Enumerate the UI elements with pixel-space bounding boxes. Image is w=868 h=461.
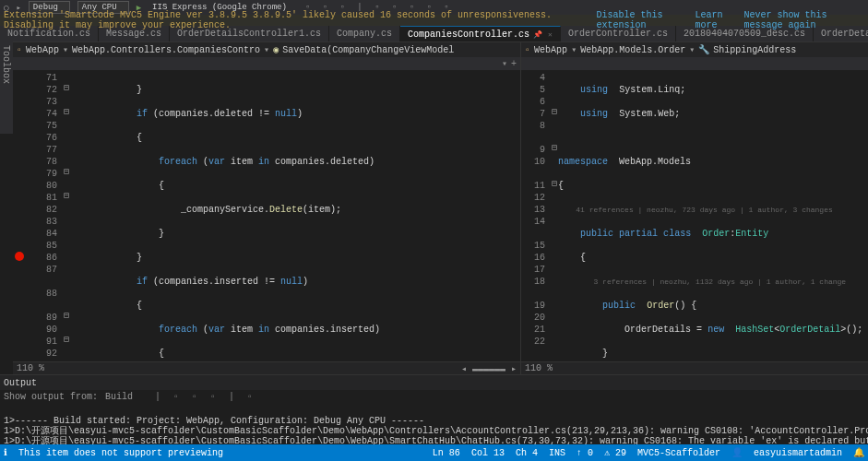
extension-warning-bar: Extension 'SmartCode MVC5 Engine ver 3.8… [0,15,868,26]
tab-orderctrl[interactable]: OrderController.cs [561,26,676,41]
status-warnings[interactable]: ⚠ 29 [604,447,626,458]
code-content-left[interactable]: } if (companies.deleted != null) { forea… [70,70,520,361]
status-char[interactable]: Ch 4 [516,448,538,458]
line-gutter: 7172737475767778798081828384858687888990… [26,70,63,361]
tab-companiesctrl[interactable]: CompaniesController.cs📌✕ [400,26,561,41]
status-line[interactable]: Ln 86 [433,448,460,458]
breakpoint-icon[interactable] [15,252,24,261]
output-panel: Output ▾ 📌 ✕ Show output from: Build | ▫… [0,374,868,444]
pin-icon[interactable]: 📌 [533,30,542,39]
breadcrumb-left[interactable]: ▫WebApp ▾WebApp.Controllers.CompaniesCon… [13,42,520,57]
code-editor-left[interactable]: 7172737475767778798081828384858687888990… [13,70,520,361]
status-message: This item does not support previewing [18,448,223,458]
status-col[interactable]: Col 13 [471,448,505,458]
status-push[interactable]: ↑ 0 [577,448,593,458]
status-user[interactable]: easyuismartadmin [754,448,842,458]
close-icon[interactable]: ✕ [548,30,553,39]
status-ins[interactable]: INS [549,448,565,458]
code-content-right[interactable]: using System.Linq; using System.Web; nam… [558,70,868,361]
line-gutter: 4567891011121314151617181920212223242526… [521,70,551,361]
split-icon[interactable]: ▾ [502,58,507,69]
editor-status-right: 110 %◂ ▬▬▬▬▬▬ ▸ [521,361,868,374]
editor-status-left: 110 %◂ ▬▬▬▬▬▬ ▸ [13,361,520,374]
tab-message[interactable]: Message.cs [99,26,170,41]
output-title: Output [4,378,37,388]
document-tabs: Notification.cs Message.cs OrderDetailsC… [0,26,868,42]
notification-icon[interactable]: 🔔 [853,447,864,458]
info-icon: ℹ [4,447,7,458]
plus-icon[interactable]: + [511,59,517,69]
output-text[interactable]: 1>------ Build started: Project: WebApp,… [0,404,868,444]
breadcrumb-right[interactable]: ▫WebApp ▾WebApp.Models.Order ▾🔧ShippingA… [521,42,868,57]
left-toolwindow-tabs[interactable]: ToolboxData Sources [0,41,13,134]
tab-company[interactable]: Company.cs [329,26,400,41]
status-repo[interactable]: MVC5-Scaffolder [637,448,720,458]
tab-migration[interactable]: 20180404070509_desc.cs [676,26,814,41]
status-bar: ℹ This item does not support previewing … [0,444,868,461]
output-toolbar-icons[interactable]: | ▫ ▫ ▫ | ▫ [155,392,256,402]
code-editor-right[interactable]: 4567891011121314151617181920212223242526… [521,70,868,361]
output-from-label: Show output from: [4,392,98,402]
tab-orderdetailsctrl[interactable]: OrderDetailsController1.cs [170,26,329,41]
output-source-dropdown[interactable]: Build [101,392,151,402]
tab-orderdetailmd[interactable]: OrderDetailMetadata.cs [814,26,868,41]
tab-notification[interactable]: Notification.cs [0,26,99,41]
